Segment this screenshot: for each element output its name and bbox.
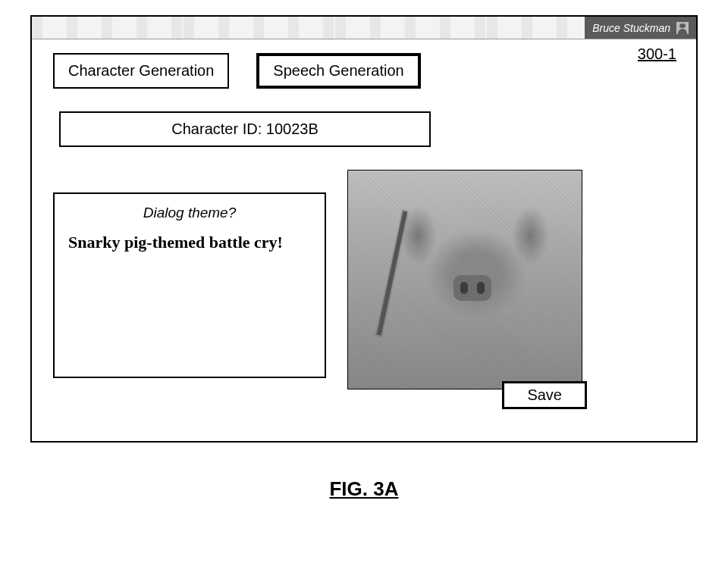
image-column: Save — [347, 170, 582, 389]
figure-caption: FIG. 3A — [15, 477, 713, 501]
titlebar-decor — [32, 17, 585, 39]
pig-snout-icon — [453, 275, 491, 301]
dialog-prompt: Dialog theme? — [68, 205, 311, 221]
save-button[interactable]: Save — [502, 381, 587, 409]
tab-character-generation[interactable]: Character Generation — [53, 53, 229, 89]
figure-reference: 300-1 — [638, 45, 676, 63]
user-badge[interactable]: Bruce Stuckman — [585, 17, 696, 39]
tab-speech-generation[interactable]: Speech Generation — [256, 53, 420, 89]
avatar-icon — [676, 22, 689, 34]
dialog-panel[interactable]: Dialog theme? Snarky pig-themed battle c… — [53, 192, 326, 378]
character-id-box: Character ID: 10023B — [59, 111, 431, 147]
user-name: Bruce Stuckman — [592, 22, 670, 34]
tab-row: Character Generation Speech Generation — [53, 53, 675, 89]
dialog-text: Snarky pig-themed battle cry! — [68, 232, 311, 253]
lower-row: Dialog theme? Snarky pig-themed battle c… — [53, 170, 675, 389]
title-bar: Bruce Stuckman — [32, 17, 696, 39]
character-image — [347, 170, 582, 389]
content-area: 300-1 Character Generation Speech Genera… — [32, 39, 696, 441]
app-window: Bruce Stuckman 300-1 Character Generatio… — [30, 15, 698, 443]
